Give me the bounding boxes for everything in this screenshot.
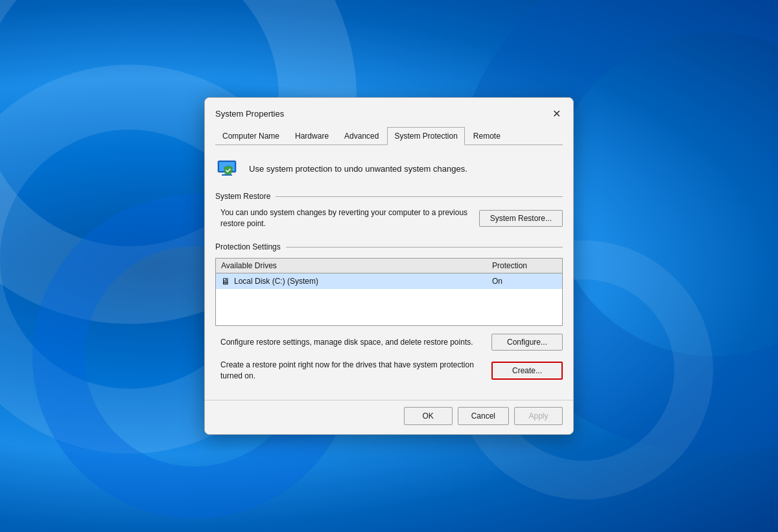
- header-area: Use system protection to undo unwanted s…: [215, 156, 563, 181]
- drive-name: Local Disk (C:) (System): [234, 277, 492, 286]
- protection-settings-header: Protection Settings: [215, 242, 563, 251]
- dialog-title: System Properties: [215, 109, 284, 119]
- protection-settings-section: Protection Settings Available Drives Pro…: [215, 242, 563, 382]
- drives-table-body: 🖥 Local Disk (C:) (System) On: [216, 273, 562, 325]
- tab-remote[interactable]: Remote: [466, 127, 508, 145]
- drives-table-header: Available Drives Protection: [216, 259, 562, 273]
- configure-row: Configure restore settings, manage disk …: [215, 334, 563, 351]
- protection-settings-label: Protection Settings: [215, 242, 281, 251]
- create-row: Create a restore point right now for the…: [215, 360, 563, 382]
- tab-advanced[interactable]: Advanced: [337, 127, 386, 145]
- drives-table: Available Drives Protection 🖥 Local Disk…: [215, 258, 563, 326]
- header-description: Use system protection to undo unwanted s…: [249, 164, 467, 174]
- system-restore-label: System Restore: [215, 192, 270, 201]
- tabs-container: Computer Name Hardware Advanced System P…: [215, 122, 563, 145]
- system-properties-dialog: System Properties ✕ Computer Name Hardwa…: [204, 97, 574, 434]
- system-restore-button[interactable]: System Restore...: [479, 210, 563, 227]
- apply-button[interactable]: Apply: [514, 407, 563, 425]
- table-row[interactable]: 🖥 Local Disk (C:) (System) On: [216, 273, 562, 289]
- ok-button[interactable]: OK: [404, 407, 453, 425]
- configure-button[interactable]: Configure...: [491, 334, 563, 351]
- dialog-content: Computer Name Hardware Advanced System P…: [205, 122, 573, 399]
- tab-system-protection[interactable]: System Protection: [387, 127, 464, 145]
- configure-description: Configure restore settings, manage disk …: [220, 337, 484, 348]
- tab-hardware[interactable]: Hardware: [288, 127, 336, 145]
- protection-settings-line: [286, 247, 563, 248]
- create-button[interactable]: Create...: [491, 362, 563, 380]
- dialog-titlebar: System Properties ✕: [205, 98, 573, 122]
- create-description: Create a restore point right now for the…: [220, 360, 484, 382]
- cancel-button[interactable]: Cancel: [458, 407, 509, 425]
- col-protection: Protection: [492, 261, 557, 270]
- system-restore-section: System Restore You can undo system chang…: [215, 192, 563, 229]
- dialog-footer: OK Cancel Apply: [205, 400, 573, 434]
- system-restore-description: You can undo system changes by reverting…: [220, 207, 471, 229]
- close-button[interactable]: ✕: [547, 104, 565, 122]
- drive-protection-status: On: [492, 277, 557, 286]
- dialog-overlay: System Properties ✕ Computer Name Hardwa…: [0, 0, 778, 532]
- system-restore-line: [276, 196, 563, 197]
- tab-computer-name[interactable]: Computer Name: [215, 127, 287, 145]
- system-restore-header: System Restore: [215, 192, 563, 201]
- system-protection-icon: [215, 156, 241, 181]
- drive-icon: 🖥: [221, 276, 230, 286]
- col-available-drives: Available Drives: [221, 261, 492, 270]
- system-restore-row: You can undo system changes by reverting…: [215, 207, 563, 229]
